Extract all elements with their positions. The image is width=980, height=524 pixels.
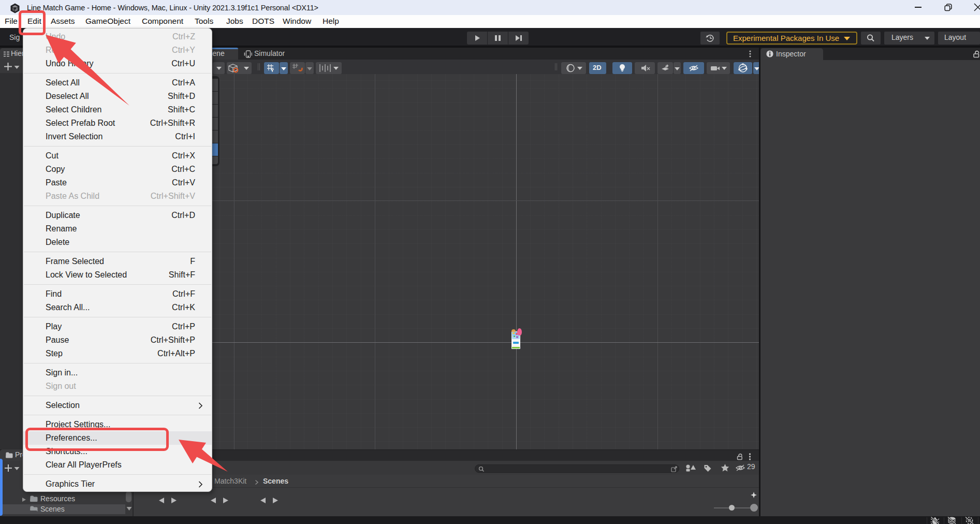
svg-text:Y: Y <box>271 68 274 73</box>
